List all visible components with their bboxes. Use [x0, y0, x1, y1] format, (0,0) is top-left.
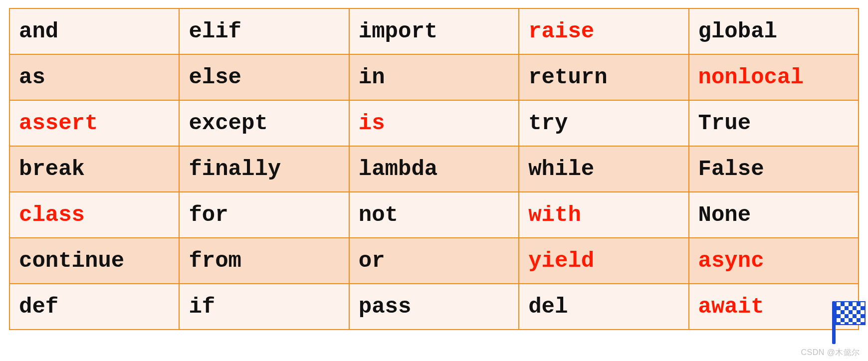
table-row: classfornotwithNone	[9, 192, 859, 238]
keyword-cell: is	[349, 100, 519, 146]
keyword-cell: True	[689, 100, 859, 146]
keyword-cell: try	[519, 100, 688, 146]
keyword-cell: yield	[519, 238, 688, 284]
keyword-cell: break	[9, 146, 179, 192]
keyword-cell: None	[689, 192, 859, 238]
table-row: aselseinreturnnonlocal	[9, 54, 859, 100]
keyword-cell: async	[689, 238, 859, 284]
keyword-cell: assert	[9, 100, 179, 146]
keyword-cell: False	[689, 146, 859, 192]
keyword-cell: finally	[179, 146, 349, 192]
keyword-cell: if	[179, 284, 349, 330]
keyword-cell: pass	[349, 284, 519, 330]
table-row: assertexceptistryTrue	[9, 100, 859, 146]
finish-flag-icon	[831, 301, 867, 344]
keyword-cell: for	[179, 192, 349, 238]
table-row: breakfinallylambdawhileFalse	[9, 146, 859, 192]
table-row: andelifimportraiseglobal	[9, 8, 859, 54]
keyword-cell: lambda	[349, 146, 519, 192]
keyword-cell: nonlocal	[689, 54, 859, 100]
keyword-cell: with	[519, 192, 688, 238]
keywords-table: andelifimportraiseglobalaselseinreturnno…	[9, 8, 859, 330]
keyword-cell: continue	[9, 238, 179, 284]
keyword-cell: class	[9, 192, 179, 238]
keyword-cell: while	[519, 146, 688, 192]
keyword-cell: except	[179, 100, 349, 146]
keyword-cell: from	[179, 238, 349, 284]
keyword-cell: else	[179, 54, 349, 100]
keyword-cell: del	[519, 284, 688, 330]
keywords-table-container: andelifimportraiseglobalaselseinreturnno…	[0, 0, 868, 330]
keyword-cell: import	[349, 8, 519, 54]
keyword-cell: as	[9, 54, 179, 100]
keyword-cell: raise	[519, 8, 688, 54]
table-row: continuefromoryieldasync	[9, 238, 859, 284]
keyword-cell: or	[349, 238, 519, 284]
table-row: defifpassdelawait	[9, 284, 859, 330]
keyword-cell: def	[9, 284, 179, 330]
watermark-text: CSDN @木懿尔	[801, 348, 860, 358]
keyword-cell: global	[689, 8, 859, 54]
keyword-cell: return	[519, 54, 688, 100]
keyword-cell: and	[9, 8, 179, 54]
keyword-cell: elif	[179, 8, 349, 54]
keyword-cell: in	[349, 54, 519, 100]
keyword-cell: not	[349, 192, 519, 238]
